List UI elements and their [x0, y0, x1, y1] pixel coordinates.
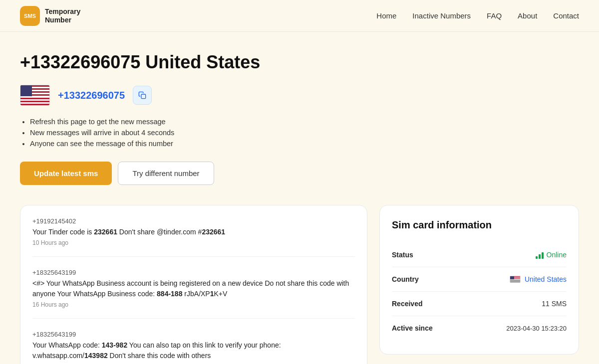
sim-flag-icon [510, 276, 521, 283]
copy-button[interactable] [133, 86, 152, 105]
phone-row: +13322696075 [20, 85, 579, 106]
phone-number-link[interactable]: +13322696075 [58, 90, 125, 101]
sim-value-received: 11 SMS [542, 300, 567, 308]
sms-item-1: +18325643199 <#> Your WhatsApp Business … [32, 269, 355, 319]
sim-panel: Sim card information Status Online Count… [379, 205, 579, 355]
sim-row-country: Country [392, 267, 567, 292]
sms-sender-1: +18325643199 [32, 269, 355, 276]
sms-body-2: Your WhatsApp code: 143-982 You can also… [32, 340, 355, 361]
navbar: SMS Temporary Number Home Inactive Numbe… [0, 0, 599, 32]
sim-label-status: Status [392, 251, 413, 259]
sim-row-status: Status Online [392, 243, 567, 267]
nav-contact[interactable]: Contact [553, 11, 579, 20]
sms-sender-2: +18325643199 [32, 331, 355, 338]
sim-label-received: Received [392, 300, 422, 308]
sms-body-0: Your Tinder code is 232661 Don't share @… [32, 227, 355, 237]
country-link[interactable]: United States [525, 275, 567, 283]
info-bullet-0: Refresh this page to get the new message [30, 118, 579, 126]
nav-home[interactable]: Home [376, 11, 396, 20]
try-different-button[interactable]: Try different number [118, 162, 214, 185]
sms-item-2: +18325643199 Your WhatsApp code: 143-982… [32, 331, 355, 364]
sms-panel: +19192145402 Your Tinder code is 232661 … [20, 205, 367, 364]
info-bullet-2: Anyone can see the message of this numbe… [30, 140, 579, 148]
brand-icon: SMS [20, 6, 40, 26]
nav-inactive-numbers[interactable]: Inactive Numbers [412, 11, 471, 20]
main-content: +13322696075 United States [0, 32, 599, 364]
sim-value-active-since: 2023-04-30 15:23:20 [506, 325, 567, 332]
sim-row-active-since: Active since 2023-04-30 15:23:20 [392, 316, 567, 340]
sms-sender-0: +19192145402 [32, 217, 355, 225]
page-title: +13322696075 United States [20, 52, 579, 73]
sim-row-received: Received 11 SMS [392, 292, 567, 316]
update-sms-button[interactable]: Update latest sms [20, 162, 112, 185]
nav-faq[interactable]: FAQ [487, 11, 502, 20]
flag-us-icon [20, 85, 50, 106]
svg-rect-0 [141, 94, 146, 99]
info-bullet-1: New messages will arrive in about 4 seco… [30, 129, 579, 137]
sim-label-active-since: Active since [392, 324, 433, 332]
action-buttons: Update latest sms Try different number [20, 162, 579, 185]
nav-links: Home Inactive Numbers FAQ About Contact [376, 11, 579, 20]
sim-value-status: Online [536, 251, 567, 259]
sms-body-1: <#> Your WhatsApp Business account is be… [32, 278, 355, 299]
brand-logo[interactable]: SMS Temporary Number [20, 6, 80, 26]
info-list: Refresh this page to get the new message… [20, 118, 579, 148]
sim-label-country: Country [392, 275, 419, 283]
signal-icon [536, 251, 544, 259]
sms-time-1: 16 Hours ago [32, 301, 355, 308]
sms-item-0: +19192145402 Your Tinder code is 232661 … [32, 217, 355, 257]
sms-time-0: 10 Hours ago [32, 239, 355, 246]
nav-about[interactable]: About [518, 11, 537, 20]
sim-title: Sim card information [392, 219, 567, 231]
sim-value-country: United States [510, 275, 567, 283]
brand-name: Temporary Number [45, 7, 80, 24]
columns-layout: +19192145402 Your Tinder code is 232661 … [20, 205, 579, 364]
